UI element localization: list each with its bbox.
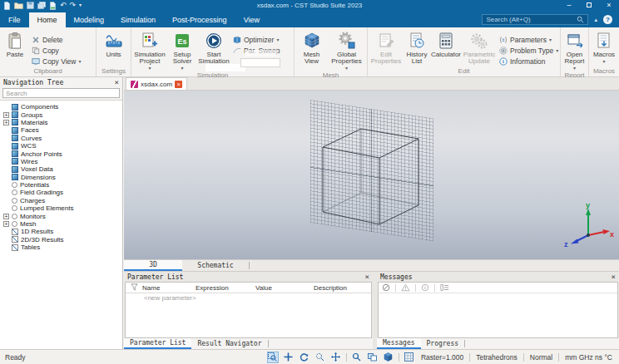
copy-view-button[interactable]: Copy View ▾ bbox=[29, 56, 96, 66]
tree-item[interactable]: WCS bbox=[3, 142, 122, 150]
tree-item[interactable]: 2D/3D Results bbox=[3, 236, 122, 243]
parametric-update-button[interactable]: Parametric Update bbox=[462, 29, 497, 65]
tree-item[interactable]: + Groups bbox=[3, 111, 122, 118]
search-icon[interactable] bbox=[577, 16, 584, 23]
document-tab-close-icon[interactable]: × bbox=[175, 81, 182, 88]
tab-progress[interactable]: Progress bbox=[421, 338, 465, 349]
tree-expander-icon[interactable]: + bbox=[3, 214, 9, 219]
optimizer-button[interactable]: Optimizer ▾ bbox=[230, 34, 294, 45]
rotate-icon[interactable] bbox=[299, 352, 310, 363]
pan-icon[interactable] bbox=[330, 352, 342, 363]
copy-button[interactable]: Copy bbox=[29, 45, 96, 56]
mesh-type[interactable]: Tetrahedrons bbox=[474, 353, 519, 362]
tree-expander-icon[interactable]: + bbox=[3, 112, 9, 118]
tab-view[interactable]: View bbox=[235, 12, 268, 27]
units-button[interactable]: Units bbox=[98, 29, 130, 58]
collapse-ribbon-icon[interactable]: ▴ bbox=[594, 17, 597, 22]
column-name[interactable]: Name bbox=[142, 284, 196, 292]
tab-simulation[interactable]: Simulation bbox=[112, 12, 164, 27]
calculator-button[interactable]: Calculator bbox=[430, 29, 462, 58]
search-input[interactable]: Search (Alt+Q) bbox=[482, 14, 588, 25]
info-filter-icon[interactable] bbox=[421, 283, 429, 292]
open-report-button[interactable]: Open Report ▾ bbox=[562, 29, 588, 71]
paste-button[interactable]: Paste bbox=[1, 29, 29, 58]
new-parameter-row[interactable]: <new parameter> bbox=[126, 293, 371, 303]
tree-expander-icon[interactable]: + bbox=[3, 221, 9, 227]
bounding-box-icon[interactable] bbox=[383, 352, 394, 363]
tree-item[interactable]: Anchor Points bbox=[3, 150, 122, 157]
problem-type-button[interactable]: Problem Type ▾ bbox=[497, 45, 562, 56]
tree-expander-icon[interactable]: + bbox=[3, 120, 9, 125]
history-list-button[interactable]: History List bbox=[404, 29, 430, 65]
tree-item[interactable]: Faces bbox=[3, 126, 122, 134]
zoom-select-icon[interactable] bbox=[267, 352, 279, 363]
zoom-icon[interactable] bbox=[351, 352, 363, 363]
tab-3d[interactable]: 3D bbox=[124, 260, 182, 271]
tab-modeling[interactable]: Modeling bbox=[66, 12, 113, 27]
messages-close-icon[interactable]: × bbox=[612, 273, 616, 281]
global-properties-button[interactable]: Global Properties ▾ bbox=[328, 29, 366, 71]
edit-properties-button[interactable]: Edit Properties bbox=[369, 29, 404, 65]
tree-item[interactable]: Potentials bbox=[3, 181, 122, 189]
navigation-tree-close-icon[interactable]: × bbox=[115, 78, 119, 86]
open-file-icon[interactable] bbox=[14, 2, 23, 9]
tree-item[interactable]: + Mesh bbox=[3, 220, 122, 228]
filter-icon[interactable] bbox=[126, 283, 142, 293]
warnings-filter-icon[interactable] bbox=[401, 283, 410, 292]
macros-button[interactable]: Macros ▾ bbox=[590, 29, 618, 65]
maximize-button[interactable] bbox=[579, 0, 599, 11]
tab-schematic[interactable]: Schematic bbox=[182, 260, 249, 271]
split-view-icon[interactable] bbox=[367, 352, 379, 363]
start-simulation-button[interactable]: Start Simulation bbox=[197, 29, 230, 65]
zoom-lasso-icon[interactable] bbox=[314, 352, 326, 363]
tree-item[interactable]: + Materials bbox=[3, 119, 122, 126]
tree-item[interactable]: Components bbox=[3, 103, 122, 111]
tree-search-input[interactable] bbox=[2, 88, 120, 98]
redo-icon[interactable]: ↷ bbox=[70, 2, 77, 9]
mode[interactable]: Normal bbox=[528, 353, 554, 362]
close-button[interactable]: × bbox=[599, 0, 619, 11]
setup-solver-button[interactable]: Es Setup Solver ▾ bbox=[167, 29, 197, 71]
parameters-button[interactable]: Parameters ▾ bbox=[497, 34, 562, 45]
tree-item[interactable]: Voxel Data bbox=[3, 165, 122, 173]
tree-item[interactable]: Lumped Elements bbox=[3, 204, 122, 212]
tree-item[interactable]: Curves bbox=[3, 135, 122, 142]
tab-home[interactable]: Home bbox=[29, 12, 66, 27]
tab-parameter-list[interactable]: Parameter List bbox=[124, 338, 191, 349]
column-value[interactable]: Value bbox=[255, 284, 314, 292]
import-icon[interactable] bbox=[49, 2, 57, 10]
raster-grid-icon[interactable] bbox=[404, 352, 415, 363]
tab-post-processing[interactable]: Post-Processing bbox=[164, 12, 235, 27]
column-description[interactable]: Description bbox=[314, 284, 371, 292]
mesh-view-button[interactable]: Mesh View bbox=[296, 29, 328, 65]
errors-filter-icon[interactable] bbox=[382, 283, 390, 292]
tree-item[interactable]: Dimensions bbox=[3, 174, 122, 181]
tab-file[interactable]: File bbox=[0, 12, 29, 27]
tree-item[interactable]: Charges bbox=[3, 197, 122, 204]
information-button[interactable]: i Information bbox=[497, 56, 562, 66]
tab-messages[interactable]: Messages bbox=[377, 338, 421, 349]
new-file-icon[interactable] bbox=[3, 2, 11, 10]
simulation-project-button[interactable]: Simulation Project ▾ bbox=[132, 29, 167, 71]
help-icon[interactable]: ? bbox=[603, 15, 612, 24]
document-tab[interactable]: xsdax.com × bbox=[126, 77, 187, 90]
qat-more-icon[interactable]: ▾ bbox=[79, 2, 82, 9]
tree-item[interactable]: Tables bbox=[3, 243, 122, 251]
raster-value[interactable]: Raster=1.000 bbox=[419, 353, 465, 362]
units-summary[interactable]: mm GHz ns °C bbox=[563, 353, 614, 362]
tree-item[interactable]: Wires bbox=[3, 158, 122, 165]
move-icon[interactable] bbox=[283, 352, 295, 363]
tree-item[interactable]: 1D Results bbox=[3, 228, 122, 235]
undo-icon[interactable]: ↶ bbox=[60, 2, 67, 9]
tree-item[interactable]: + Monitors bbox=[3, 212, 122, 219]
3d-viewport[interactable]: y x z bbox=[124, 91, 619, 259]
column-expression[interactable]: Expression bbox=[196, 284, 255, 292]
save-icon[interactable] bbox=[27, 2, 34, 9]
tab-result-navigator[interactable]: Result Navigator bbox=[191, 338, 267, 349]
parameter-list-close-icon[interactable]: × bbox=[365, 273, 369, 281]
save-all-icon[interactable] bbox=[37, 2, 46, 9]
log-view-icon[interactable] bbox=[440, 283, 449, 292]
delete-button[interactable]: Delete bbox=[29, 34, 96, 45]
tree-item[interactable]: Field Gradings bbox=[3, 189, 122, 196]
minimize-button[interactable]: – bbox=[559, 0, 579, 11]
